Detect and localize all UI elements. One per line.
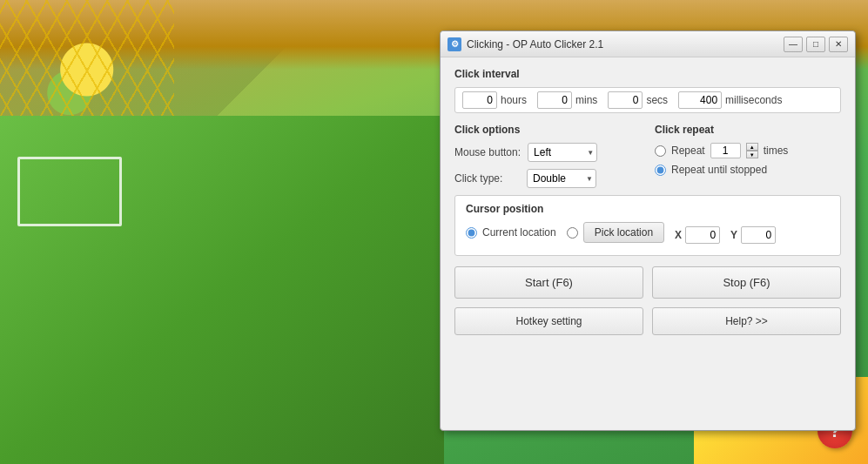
stop-button[interactable]: Stop (F6) (652, 266, 841, 299)
click-type-label: Click type: (454, 172, 520, 185)
click-type-select-wrapper: Single Double Triple (527, 169, 596, 188)
repeat-label: Repeat (671, 145, 705, 157)
secs-label: secs (646, 94, 668, 106)
title-left: ⚙ Clicking - OP Auto Clicker 2.1 (447, 37, 603, 51)
click-type-select[interactable]: Single Double Triple (527, 169, 596, 188)
click-options-section: Click options Mouse button: Left Right M… (454, 124, 641, 195)
mouse-button-label: Mouse button: (454, 146, 521, 158)
repeat-radio[interactable] (655, 145, 666, 157)
dialog-titlebar: ⚙ Clicking - OP Auto Clicker 2.1 — □ ✕ (441, 31, 855, 57)
hotkey-button[interactable]: Hotkey setting (454, 307, 643, 335)
cursor-position-title: Cursor position (466, 203, 830, 215)
y-coord-group: Y (730, 226, 776, 244)
current-location-radio[interactable] (466, 227, 477, 239)
repeat-times-row: Repeat ▲ ▼ times (655, 143, 841, 158)
click-type-row: Click type: Single Double Triple (454, 169, 641, 188)
interval-row: hours mins secs milliseconds (454, 87, 841, 113)
current-location-row: Current location (466, 226, 556, 239)
click-interval-title: Click interval (454, 68, 841, 80)
spin-down-button[interactable]: ▼ (746, 151, 758, 158)
mouse-button-select-wrapper: Left Right Middle (528, 143, 597, 162)
spin-buttons: ▲ ▼ (746, 143, 758, 158)
fence (17, 157, 122, 226)
auto-clicker-dialog: ⚙ Clicking - OP Auto Clicker 2.1 — □ ✕ C… (440, 30, 856, 431)
hours-input[interactable] (462, 91, 497, 109)
x-input[interactable] (685, 226, 720, 244)
repeat-until-row: Repeat until stopped (655, 164, 841, 176)
pick-location-radio[interactable] (567, 227, 578, 239)
app-icon: ⚙ (447, 37, 461, 51)
times-label: times (764, 145, 789, 157)
mins-label: mins (575, 94, 597, 106)
ms-input[interactable] (678, 91, 722, 109)
action-buttons: Start (F6) Stop (F6) (454, 266, 841, 299)
mouse-button-select[interactable]: Left Right Middle (528, 143, 597, 162)
click-options-title: Click options (454, 124, 641, 136)
pick-location-button[interactable]: Pick location (583, 222, 664, 243)
start-button[interactable]: Start (F6) (454, 266, 643, 299)
x-coord-group: X (675, 226, 720, 244)
maximize-button[interactable]: □ (806, 37, 825, 52)
options-repeat-row: Click options Mouse button: Left Right M… (454, 124, 841, 195)
current-location-label: Current location (482, 226, 556, 239)
ms-label: milliseconds (725, 94, 782, 106)
cursor-row: Current location Pick location X Y (466, 222, 830, 248)
repeat-times-input[interactable] (710, 143, 741, 158)
repeat-until-label: Repeat until stopped (671, 164, 767, 176)
dialog-content: Click interval hours mins secs milliseco… (441, 57, 855, 346)
honeycomb-pattern (0, 0, 174, 131)
window-controls: — □ ✕ (784, 37, 848, 52)
dialog-title: Clicking - OP Auto Clicker 2.1 (467, 38, 603, 50)
click-repeat-section: Click repeat Repeat ▲ ▼ times Repeat unt… (655, 124, 841, 195)
cursor-position-section: Cursor position Current location Pick lo… (454, 195, 841, 256)
click-interval-section: Click interval hours mins secs milliseco… (454, 68, 841, 113)
mins-input[interactable] (537, 91, 572, 109)
click-repeat-title: Click repeat (655, 124, 841, 136)
hours-label: hours (501, 94, 527, 106)
spin-up-button[interactable]: ▲ (746, 143, 758, 151)
repeat-until-radio[interactable] (655, 165, 666, 176)
secs-input[interactable] (608, 91, 643, 109)
help-button[interactable]: Help? >> (652, 307, 841, 335)
minimize-button[interactable]: — (784, 37, 803, 52)
bottom-buttons: Hotkey setting Help? >> (454, 307, 841, 335)
x-label: X (675, 229, 682, 241)
close-button[interactable]: ✕ (829, 37, 848, 52)
y-label: Y (730, 229, 737, 241)
pick-location-row: Pick location (567, 222, 664, 243)
mouse-button-row: Mouse button: Left Right Middle (454, 143, 641, 162)
y-input[interactable] (741, 226, 776, 244)
